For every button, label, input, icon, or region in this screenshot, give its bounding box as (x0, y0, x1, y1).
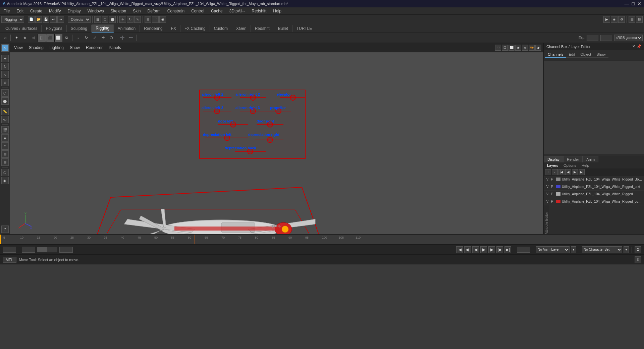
t2-move[interactable]: ↔ (74, 34, 82, 42)
t2-scale[interactable]: ⤢ (91, 34, 99, 42)
lt-paint-btn[interactable]: ⬤ (1, 97, 9, 105)
layer-nav-right1[interactable]: ▶ (572, 169, 578, 175)
layer-tab-render[interactable]: Render (563, 156, 583, 162)
vp-icon-7[interactable]: ◑ (535, 45, 541, 51)
layer-subtab-options[interactable]: Options (561, 163, 578, 168)
lt-sculpt[interactable]: ◉ (1, 177, 9, 184)
attr-strip[interactable]: Attribute Editor (544, 205, 549, 234)
layer-nav-left1[interactable]: |◀ (558, 169, 565, 175)
layer-p-0[interactable]: P (550, 178, 554, 181)
lt-lasso-btn[interactable]: ⬡ (1, 89, 9, 97)
ch-tab-channels[interactable]: Channels (545, 52, 566, 58)
mel-indicator[interactable]: MEL (3, 257, 16, 263)
layer-row-0[interactable]: V P Utility_Airplane_PZL_104_Wilga_White… (544, 176, 644, 183)
lt-scale-btn[interactable]: ⤡ (1, 71, 9, 78)
ipr-btn[interactable]: ◈ (611, 16, 618, 23)
layer-row-1[interactable]: V P Utility_Airplane_PZL_104_Wilga_White… (544, 183, 644, 191)
timeline-ruler[interactable]: 5 10 15 20 25 30 35 40 45 50 55 60 65 70… (0, 235, 644, 244)
t2-paint-tool[interactable]: ◁ (29, 34, 37, 42)
menu-3dtoall[interactable]: 3DtoAll-- (228, 8, 247, 14)
layer-add-btn[interactable]: + (545, 169, 551, 175)
tab-fx[interactable]: FX (167, 25, 180, 32)
lt-help-btn[interactable]: ? (1, 226, 9, 233)
tab-rendering[interactable]: Rendering (140, 25, 167, 32)
pb-last-btn[interactable]: ▶| (504, 246, 511, 253)
minimize-btn[interactable]: — (625, 1, 629, 6)
rotate-btn[interactable]: ↻ (127, 16, 133, 23)
t2-universal[interactable]: ✛ (99, 34, 107, 42)
vp-menu-renderer[interactable]: Renderer (84, 45, 105, 51)
t2-snap1[interactable]: ⧉ (63, 34, 71, 42)
current-frame-input[interactable]: 1 (3, 247, 16, 253)
menu-edit[interactable]: Edit (15, 8, 25, 14)
snap-point-btn[interactable]: ◉ (159, 16, 166, 23)
layer-v-1[interactable]: V (545, 185, 550, 189)
lasso-btn[interactable]: ⬡ (102, 16, 108, 23)
tab-polygons[interactable]: Polygons (42, 25, 66, 32)
move-btn[interactable]: ✛ (119, 16, 126, 23)
layer-tab-anim[interactable]: Anim (583, 156, 598, 162)
ch-tab-object[interactable]: Object (578, 52, 594, 58)
range-start-input[interactable]: 1 (22, 247, 35, 253)
t2-plus[interactable]: ➕ (118, 34, 126, 42)
menu-help[interactable]: Help (272, 8, 283, 14)
anim-layer-arrow[interactable]: ▼ (571, 246, 576, 253)
scale-btn[interactable]: ⤡ (134, 16, 141, 23)
lt-anim-editor[interactable]: ≡ (1, 142, 9, 150)
layer-tab-display[interactable]: Display (544, 156, 563, 162)
objects-dropdown[interactable]: Objects (68, 16, 91, 23)
status-settings-btn[interactable]: ⚙ (635, 256, 641, 263)
lt-render-view[interactable]: 🎬 (1, 126, 9, 134)
pb-next-btn[interactable]: ▶ (488, 246, 495, 253)
rp-pin-btn[interactable]: 📌 (637, 44, 641, 49)
layer-row-3[interactable]: V P Utility_Airplane_PZL_104_Wilga_White… (544, 198, 644, 205)
exposure-input[interactable]: 0.00 (587, 35, 598, 41)
menu-modify[interactable]: Modify (48, 8, 62, 14)
layer-p-1[interactable]: P (550, 185, 554, 189)
vp-menu-panels[interactable]: Panels (107, 45, 123, 51)
t2-component-tool[interactable]: ⬚ (38, 34, 46, 42)
pb-play-btn[interactable]: ▶ (480, 246, 487, 253)
layer-remove-btn[interactable]: - (552, 169, 558, 175)
t2-lasso-tool[interactable]: ◈ (21, 34, 29, 42)
t2-minus[interactable]: ➖ (127, 34, 135, 42)
menu-display[interactable]: Display (66, 8, 82, 14)
layer-p-2[interactable]: P (550, 192, 554, 196)
t2-rotate[interactable]: ↻ (82, 34, 90, 42)
rp-close-btn[interactable]: ✕ (632, 44, 635, 49)
layer-v-3[interactable]: V (545, 200, 550, 203)
select-btn[interactable]: ▦ (94, 16, 101, 23)
maximize-btn[interactable]: □ (632, 1, 635, 6)
layer-nav-right2[interactable]: ▶| (579, 169, 585, 175)
lt-trax-editor[interactable]: ⊟ (1, 150, 9, 158)
snap-curve-btn[interactable]: ⌒ (152, 16, 159, 23)
vp-icon-2[interactable]: ☐ (502, 45, 508, 51)
layer-row-2[interactable]: V P Utility_Airplane_PZL_104_Wilga_White… (544, 191, 644, 198)
tab-redshift[interactable]: Redshift (251, 25, 274, 32)
menu-redshift[interactable]: Redshift (250, 8, 268, 14)
color-profile-dropdown[interactable]: sRGB gamma (614, 35, 643, 41)
vp-menu-view[interactable]: View (12, 45, 25, 51)
render-settings-btn[interactable]: ⚙ (618, 16, 625, 23)
vp-icon-4[interactable]: ◉ (515, 45, 521, 51)
layer-v-2[interactable]: V (545, 192, 550, 196)
grid-btn[interactable]: ⊟ (636, 16, 643, 23)
tab-sculpting[interactable]: Sculpting (67, 25, 92, 32)
render-btn[interactable]: ▶ (603, 16, 610, 23)
char-set-dropdown[interactable]: No Character Set (582, 246, 622, 253)
vp-icon-1[interactable]: ⬚ (495, 45, 501, 51)
lt-hypershade[interactable]: ◈ (1, 134, 9, 142)
pb-settings-btn[interactable]: ⚙ (635, 246, 641, 253)
tab-rigging[interactable]: Rigging (92, 24, 114, 33)
lt-universal-btn[interactable]: ⊕ (1, 79, 9, 86)
char-set-arrow[interactable]: ▼ (624, 246, 629, 253)
menu-create[interactable]: Create (29, 8, 44, 14)
redo-btn[interactable]: ↪ (57, 16, 64, 23)
menu-file[interactable]: File (2, 8, 11, 14)
pb-next-key-btn[interactable]: |▶ (496, 246, 503, 253)
menu-skeleton[interactable]: Skeleton (109, 8, 127, 14)
layer-subtab-layers[interactable]: Layers (545, 163, 560, 168)
range-end-input[interactable]: 120 (59, 247, 73, 253)
tab-bullet[interactable]: Bullet (274, 25, 292, 32)
close-btn[interactable]: ✕ (637, 1, 641, 6)
